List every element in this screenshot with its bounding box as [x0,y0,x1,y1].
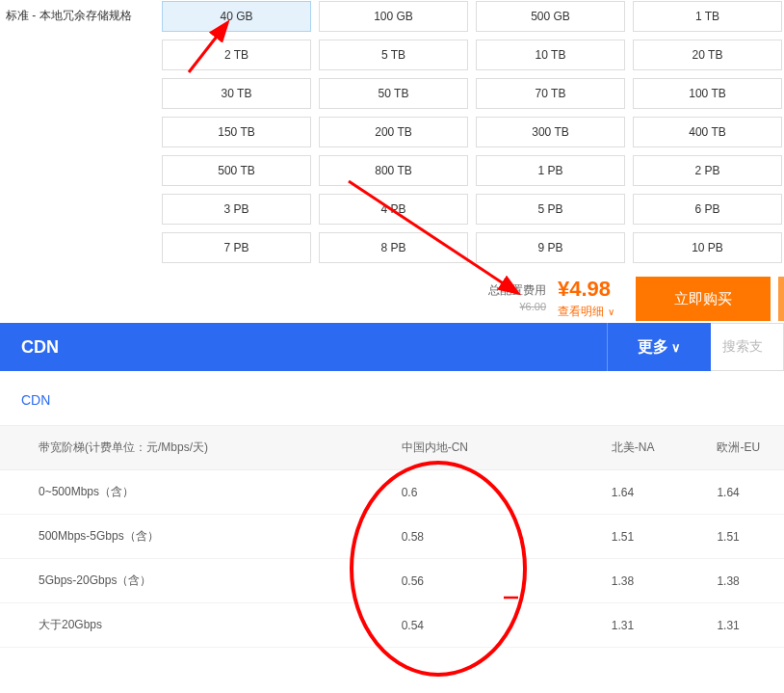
storage-option[interactable]: 50 TB [319,78,468,109]
more-dropdown[interactable]: 更多 ∨ [607,323,711,371]
price-detail-label: 查看明细 [558,304,604,320]
storage-option[interactable]: 2 TB [162,40,311,70]
chevron-down-icon: ∨ [608,307,614,317]
bandwidth-pricing-table: 带宽阶梯(计费单位：元/Mbps/天) 中国内地-CN 北美-NA 欧洲-EU … [0,425,784,648]
storage-option[interactable]: 10 TB [476,40,625,70]
table-cell: 5Gbps-20Gbps（含） [0,559,363,603]
storage-option[interactable]: 5 PB [476,194,625,225]
table-cell: 1.64 [678,470,784,515]
price-original: ¥6.00 [519,301,546,312]
table-row: 500Mbps-5Gbps（含）0.581.511.51 [0,515,784,559]
storage-option[interactable]: 1 TB [633,1,782,32]
table-cell: 大于20Gbps [0,603,363,648]
storage-option[interactable]: 200 TB [319,117,468,147]
search-input[interactable]: 搜索支 [711,323,784,371]
storage-option[interactable]: 6 PB [633,194,782,225]
cdn-title: CDN [21,337,607,358]
table-cell: 0.58 [363,515,573,559]
table-cell: 1.51 [678,515,784,559]
sub-nav: CDN [0,371,784,425]
price-label: 总配置费用 [488,282,546,299]
price-value-col: ¥4.98 查看明细 ∨ [558,279,614,320]
storage-option[interactable]: 100 GB [319,1,468,32]
table-cell: 500Mbps-5Gbps（含） [0,515,363,559]
table-header-na: 北美-NA [573,426,679,470]
search-placeholder: 搜索支 [722,338,763,356]
storage-option[interactable]: 1 PB [476,155,625,186]
price-bar: 总配置费用 ¥6.00 ¥4.98 查看明细 ∨ 立即购买 [0,275,784,323]
storage-option[interactable]: 800 TB [319,155,468,186]
table-cell: 0~500Mbps（含） [0,470,363,515]
table-header-tier: 带宽阶梯(计费单位：元/Mbps/天) [0,426,363,470]
buy-button-label: 立即购买 [674,290,732,308]
storage-option[interactable]: 2 PB [633,155,782,186]
table-cell: 1.38 [573,559,679,603]
subnav-item-cdn[interactable]: CDN [21,392,50,408]
cdn-header: CDN 更多 ∨ 搜索支 [0,323,784,371]
storage-option[interactable]: 7 PB [162,232,311,263]
table-row: 大于20Gbps0.541.311.31 [0,603,784,648]
storage-option[interactable]: 10 PB [633,232,782,263]
storage-option[interactable]: 500 TB [162,155,311,186]
price-label-col: 总配置费用 ¥6.00 [488,279,546,312]
storage-option[interactable]: 150 TB [162,117,311,147]
storage-option[interactable]: 300 TB [476,117,625,147]
storage-option[interactable]: 4 PB [319,194,468,225]
storage-option[interactable]: 30 TB [162,78,311,109]
storage-option[interactable]: 400 TB [633,117,782,147]
table-cell: 0.54 [363,603,573,648]
chevron-down-icon: ∨ [671,340,681,355]
storage-option[interactable]: 500 GB [476,1,625,32]
table-header-cn: 中国内地-CN [363,426,573,470]
storage-option-grid: 40 GB100 GB500 GB1 TB2 TB5 TB10 TB20 TB3… [162,0,782,263]
table-header-row: 带宽阶梯(计费单位：元/Mbps/天) 中国内地-CN 北美-NA 欧洲-EU [0,426,784,470]
table-cell: 1.31 [573,603,679,648]
storage-option[interactable]: 20 TB [633,40,782,70]
table-row: 0~500Mbps（含）0.61.641.64 [0,470,784,515]
price-value: ¥4.98 [558,279,611,300]
table-cell: 1.64 [573,470,679,515]
storage-option[interactable]: 100 TB [633,78,782,109]
buy-button[interactable]: 立即购买 [636,277,771,321]
table-cell: 1.31 [678,603,784,648]
storage-spec-label: 标准 - 本地冗余存储规格 [2,0,162,263]
table-cell: 0.6 [363,470,573,515]
storage-spec-section: 标准 - 本地冗余存储规格 40 GB100 GB500 GB1 TB2 TB5… [0,0,784,263]
table-cell: 1.51 [573,515,679,559]
price-detail-link[interactable]: 查看明细 ∨ [558,304,614,320]
table-header-eu: 欧洲-EU [678,426,784,470]
price-info: 总配置费用 ¥6.00 ¥4.98 查看明细 ∨ [488,279,614,320]
storage-option[interactable]: 40 GB [162,1,311,32]
storage-option[interactable]: 3 PB [162,194,311,225]
table-cell: 1.38 [678,559,784,603]
storage-option[interactable]: 5 TB [319,40,468,70]
table-cell: 0.56 [363,559,573,603]
table-row: 5Gbps-20Gbps（含）0.561.381.38 [0,559,784,603]
storage-option[interactable]: 70 TB [476,78,625,109]
storage-option[interactable]: 8 PB [319,232,468,263]
secondary-action-strip[interactable] [778,277,784,321]
more-label: 更多 [638,337,668,358]
storage-option[interactable]: 9 PB [476,232,625,263]
